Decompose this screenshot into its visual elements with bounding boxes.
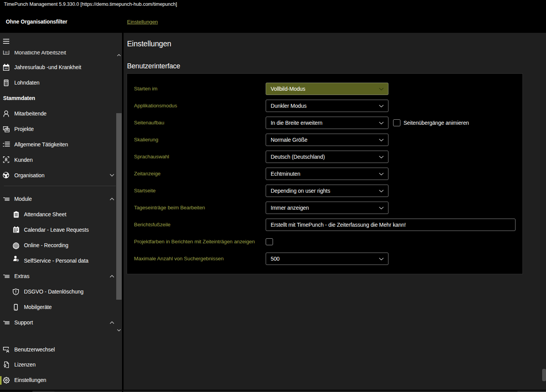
svg-text:365: 365: [4, 67, 8, 70]
svg-text:30: 30: [5, 51, 8, 54]
svg-text:$: $: [17, 259, 18, 261]
